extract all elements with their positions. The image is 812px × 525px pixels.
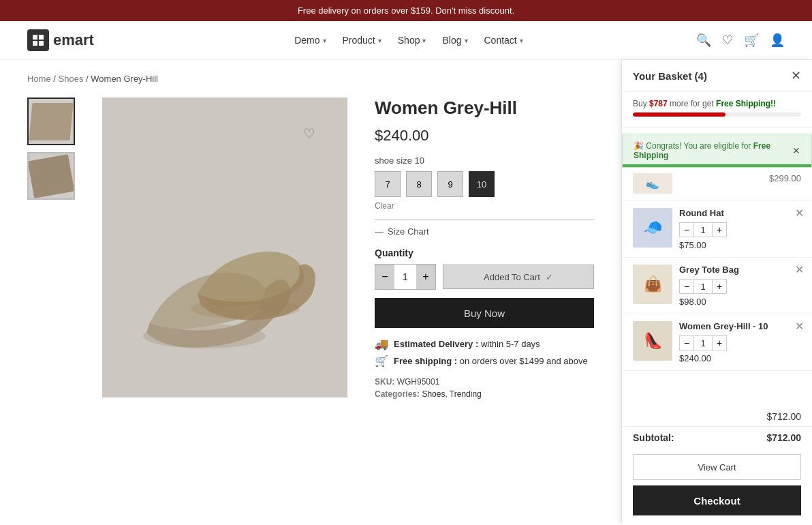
sku-row: SKU: WGH95001 [375,377,594,387]
clear-size-link[interactable]: Clear [375,201,594,211]
nav-demo-chevron: ▾ [323,37,326,44]
cart-shipping-text: Buy $787 more for get Free Shipping!! [633,99,801,108]
estimated-delivery-row: 🚚 Estimated Delivery : within 5-7 days [375,338,594,350]
nav-demo-label: Demo [294,35,319,46]
cart-total-amount: $712.00 [633,411,801,422]
check-icon: ✓ [546,272,553,282]
nav-contact[interactable]: Contact ▾ [484,35,523,46]
category-trending[interactable]: Trending [450,389,482,399]
size-btn-10[interactable]: 10 [469,171,495,197]
nav-contact-label: Contact [484,35,517,46]
selected-size-value: 10 [415,155,424,166]
cart-item-hat-qty-row: − 1 + [679,222,801,237]
cart-item-hat-name: Round Hat [679,208,801,218]
product-title: Women Grey-Hill [375,97,594,119]
cart-item-hat-image: 🧢 [633,208,672,247]
cart-shoe-decrease-button[interactable]: − [679,335,694,350]
cart-shoe-increase-button[interactable]: + [712,335,727,350]
nav-blog[interactable]: Blog ▾ [442,35,467,46]
estimated-delivery-value: within 5-7 days [481,339,540,349]
size-btn-9[interactable]: 9 [437,171,463,197]
nav-shop[interactable]: Shop ▾ [398,35,426,46]
thumbnail-2[interactable] [27,152,75,200]
thumbnail-1[interactable] [27,97,75,145]
header: emart Demo ▾ Product ▾ Shop ▾ Blog ▾ Con… [0,21,812,60]
cart-hat-increase-button[interactable]: + [712,222,727,237]
breadcrumb: Home / Shoes / Women Grey-Hill [27,74,594,84]
dash-icon: — [375,226,384,237]
product-page: Home / Shoes / Women Grey-Hill [0,60,621,524]
partial-item-icon: 👟 [646,177,659,190]
cart-shoe-remove-button[interactable]: ✕ [795,321,804,332]
svg-text:♡: ♡ [303,126,315,141]
size-grid: 7 8 9 10 [375,171,594,197]
cart-count: (4) [695,70,707,82]
free-shipping-row: 🛒 Free shipping : on orders over $1499 a… [375,355,594,368]
quantity-increase-button[interactable]: + [416,265,435,289]
quantity-value: 1 [394,271,416,282]
toast-close-button[interactable]: ✕ [792,145,800,156]
cart-item-shoe: 👠 Women Grey-Hill - 10 − 1 + $240.00 ✕ [622,314,812,371]
cart-bag-decrease-button[interactable]: − [679,279,694,294]
product-image-svg: ♡ [123,118,327,377]
partial-item-price: $299.00 [769,173,801,183]
breadcrumb-sep1: / [53,74,58,84]
nav-product-chevron: ▾ [378,37,381,44]
cart-header: Your Basket (4) ✕ [622,60,812,92]
cart-item-bag-info: Grey Tote Bag − 1 + $98.00 [679,265,801,307]
estimated-delivery-text: Estimated Delivery : within 5-7 days [394,339,540,349]
cart-item-shoe-info: Women Grey-Hill - 10 − 1 + $240.00 [679,321,801,363]
cart-hat-qty-value: 1 [694,222,712,237]
cart-title: Your Basket (4) [633,70,707,82]
sku-value: WGH95001 [397,377,440,387]
added-to-cart-button[interactable]: Added To Cart ✓ [443,265,594,289]
quantity-label: Quantity [375,247,594,258]
cart-icon[interactable]: 🛒 [744,33,759,48]
category-shoes[interactable]: Shoes [422,389,445,399]
cart-bag-qty-value: 1 [694,279,712,294]
cart-close-button[interactable]: ✕ [791,70,801,82]
nav-contact-chevron: ▾ [520,37,523,44]
logo-icon [27,29,49,51]
nav-product[interactable]: Product ▾ [343,35,381,46]
size-label: shoe size 10 [375,155,594,166]
breadcrumb-home[interactable]: Home [27,74,51,84]
cart-item-shoe-qty-row: − 1 + [679,335,801,350]
size-chart-link[interactable]: — Size Chart [375,219,594,237]
logo-text: emart [53,31,94,49]
added-to-cart-text: Added To Cart [484,272,540,282]
size-btn-8[interactable]: 8 [406,171,432,197]
free-shipping-value: on orders over $1499 and above [460,356,588,366]
quantity-decrease-button[interactable]: − [375,265,394,289]
cart-item-bag-name: Grey Tote Bag [679,265,801,275]
wishlist-icon[interactable]: ♡ [722,33,733,48]
header-icons: 🔍 ♡ 🛒 👤 [696,33,785,48]
buy-now-button[interactable]: Buy Now [375,298,594,328]
cart-bag-increase-button[interactable]: + [712,279,727,294]
cart-subtotal-row: Subtotal: $712.00 [622,426,812,449]
checkout-button[interactable]: Checkout [633,485,801,515]
cart-item-bag-image: 👜 [633,265,672,304]
breadcrumb-shoes[interactable]: Shoes [59,74,84,84]
nav-shop-chevron: ▾ [422,37,426,44]
cart-hat-remove-button[interactable]: ✕ [795,208,804,219]
view-cart-button[interactable]: View Cart [633,454,801,480]
user-icon[interactable]: 👤 [770,33,785,48]
cart-item-shoe-image: 👠 [633,321,672,361]
logo[interactable]: emart [27,29,94,51]
size-chart-text: Size Chart [388,226,429,237]
quantity-control: − 1 + [375,264,436,290]
search-icon[interactable]: 🔍 [696,33,711,48]
categories-label: Categories: [375,389,420,399]
main-nav: Demo ▾ Product ▾ Shop ▾ Blog ▾ Contact ▾ [121,35,696,46]
free-shipping-progress [623,164,811,167]
cart-hat-decrease-button[interactable]: − [679,222,694,237]
cart-actions: View Cart Checkout [622,449,812,524]
product-info: Women Grey-Hill $240.00 shoe size 10 7 8… [375,97,594,399]
size-btn-7[interactable]: 7 [375,171,401,197]
banner-text: Free delivery on orders over $159. Don't… [298,5,514,16]
free-shipping-label: Free Shipping!! [716,99,776,108]
free-shipping-text: Free shipping : on orders over $1499 and… [394,356,588,366]
nav-demo[interactable]: Demo ▾ [294,35,326,46]
cart-bag-remove-button[interactable]: ✕ [795,265,804,275]
